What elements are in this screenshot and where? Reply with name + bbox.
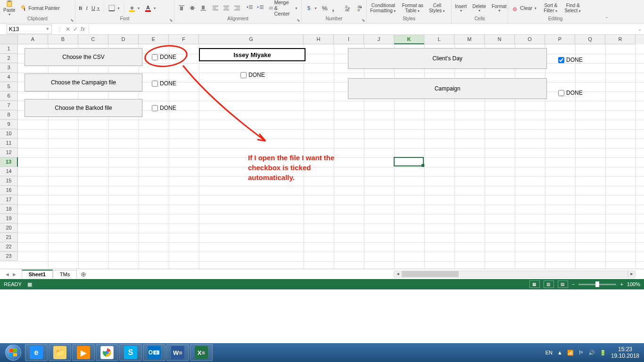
- taskbar-explorer[interactable]: 📁: [49, 344, 71, 361]
- format-painter-button[interactable]: Format Painter: [19, 4, 61, 12]
- col-header-I[interactable]: I: [334, 35, 364, 44]
- row-header-6[interactable]: 6: [0, 91, 18, 101]
- row-header-4[interactable]: 4: [0, 73, 18, 82]
- row-header-19[interactable]: 19: [0, 214, 18, 223]
- choose-csv-button[interactable]: Choose the CSV: [25, 48, 142, 66]
- formula-input[interactable]: [89, 26, 636, 33]
- row-header-8[interactable]: 8: [0, 110, 18, 120]
- systray-volume-icon[interactable]: 🔊: [588, 350, 595, 356]
- row-header-7[interactable]: 7: [0, 101, 18, 110]
- align-middle-button[interactable]: [187, 4, 198, 12]
- delete-button[interactable]: Delete▼: [471, 4, 487, 13]
- tab-nav-next[interactable]: ►: [12, 272, 17, 277]
- view-page-layout-button[interactable]: ▥: [544, 280, 554, 288]
- comma-button[interactable]: ,: [331, 4, 336, 13]
- view-page-break-button[interactable]: ▤: [558, 280, 568, 288]
- row-header-5[interactable]: 5: [0, 82, 18, 91]
- taskbar-outlook[interactable]: O📧: [143, 344, 165, 361]
- zoom-in-button[interactable]: +: [620, 281, 623, 287]
- taskbar-excel[interactable]: X≡: [190, 344, 213, 361]
- align-center-button[interactable]: [221, 4, 231, 12]
- col-header-R[interactable]: R: [605, 35, 636, 44]
- increase-indent-button[interactable]: [256, 4, 266, 12]
- col-header-G[interactable]: G: [199, 35, 304, 44]
- clients-day-button[interactable]: Client's Day: [348, 48, 547, 69]
- borders-button[interactable]: ▼: [107, 4, 122, 12]
- tab-tms[interactable]: TMs: [53, 270, 77, 278]
- tab-sheet1[interactable]: Sheet1: [22, 270, 53, 278]
- clear-button[interactable]: Clear▼: [510, 4, 538, 12]
- align-top-button[interactable]: [176, 4, 187, 12]
- start-button[interactable]: [2, 344, 25, 361]
- spreadsheet-grid[interactable]: ABCDEFGHIJKLMNOPQR 123456789101112131415…: [0, 35, 644, 269]
- zoom-level[interactable]: 100%: [627, 281, 640, 287]
- col-header-P[interactable]: P: [545, 35, 575, 44]
- row-header-21[interactable]: 21: [0, 233, 18, 242]
- choose-campaign-file-button[interactable]: Choose the Campaign file: [25, 74, 142, 91]
- insert-button[interactable]: Insert▼: [454, 4, 468, 13]
- select-all-corner[interactable]: [0, 35, 18, 44]
- col-header-Q[interactable]: Q: [575, 35, 605, 44]
- accounting-format-button[interactable]: $▼: [304, 4, 319, 12]
- increase-decimal-button[interactable]: .0.00: [341, 4, 352, 12]
- done-checkbox-barkod[interactable]: DONE: [152, 105, 176, 111]
- cancel-formula-button[interactable]: ✕: [66, 26, 70, 33]
- col-header-F[interactable]: F: [169, 35, 199, 44]
- collapse-ribbon-button[interactable]: ˆ: [603, 0, 611, 23]
- taskbar-chrome[interactable]: [96, 344, 118, 361]
- add-sheet-button[interactable]: ⊕: [77, 271, 90, 278]
- paste-button[interactable]: Paste▼: [2, 0, 17, 16]
- col-header-K[interactable]: K: [394, 35, 424, 44]
- taskbar-media-player[interactable]: ▶: [72, 344, 95, 361]
- col-header-L[interactable]: L: [424, 35, 454, 44]
- row-header-9[interactable]: 9: [0, 120, 18, 129]
- choose-barkod-file-button[interactable]: Choose the Barkod file: [25, 99, 142, 117]
- zoom-slider[interactable]: [578, 284, 616, 285]
- tab-nav-prev[interactable]: ◄: [5, 272, 10, 277]
- expand-formula-bar-button[interactable]: ⌄: [636, 26, 644, 32]
- row-header-22[interactable]: 22: [0, 242, 18, 252]
- col-header-N[interactable]: N: [485, 35, 515, 44]
- row-header-13[interactable]: 13: [0, 157, 18, 167]
- sort-filter-button[interactable]: Sort &Filter▼: [542, 3, 559, 13]
- row-header-17[interactable]: 17: [0, 195, 18, 205]
- row-header-16[interactable]: 16: [0, 186, 18, 195]
- name-box[interactable]: K13▼: [7, 25, 52, 34]
- underline-button[interactable]: U▼: [90, 5, 101, 11]
- align-right-button[interactable]: [232, 4, 242, 12]
- format-as-table-button[interactable]: Format asTable▼: [401, 3, 425, 13]
- align-bottom-button[interactable]: [198, 4, 208, 12]
- row-header-10[interactable]: 10: [0, 129, 18, 139]
- row-header-11[interactable]: 11: [0, 139, 18, 148]
- taskbar-word[interactable]: W≡: [166, 344, 189, 361]
- done-checkbox-clients-day[interactable]: DONE: [558, 57, 583, 63]
- fx-button[interactable]: fx: [81, 26, 85, 33]
- systray-battery-icon[interactable]: 🔋: [600, 350, 606, 356]
- row-header-14[interactable]: 14: [0, 167, 18, 176]
- view-normal-button[interactable]: ▦: [529, 280, 540, 288]
- systray-clock[interactable]: 15:23 19.10.2018: [611, 346, 639, 360]
- col-header-H[interactable]: H: [304, 35, 334, 44]
- bold-button[interactable]: B: [77, 5, 83, 11]
- row-header-2[interactable]: 2: [0, 54, 18, 63]
- done-checkbox-campaign[interactable]: DONE: [558, 90, 583, 96]
- row-header-23[interactable]: 23: [0, 252, 18, 261]
- italic-button[interactable]: I: [84, 5, 89, 11]
- percent-button[interactable]: %: [321, 4, 329, 12]
- cell-styles-button[interactable]: CellStyles▼: [428, 3, 447, 13]
- systray-lang[interactable]: EN: [545, 350, 553, 355]
- taskbar-skype[interactable]: S: [119, 344, 142, 361]
- campaign-button[interactable]: Campaign: [348, 78, 547, 99]
- systray-network-icon[interactable]: 📶: [567, 350, 574, 356]
- done-checkbox-issey[interactable]: DONE: [240, 72, 265, 78]
- row-header-20[interactable]: 20: [0, 223, 18, 233]
- row-header-18[interactable]: 18: [0, 205, 18, 214]
- row-header-15[interactable]: 15: [0, 176, 18, 186]
- row-header-3[interactable]: 3: [0, 63, 18, 73]
- col-header-A[interactable]: A: [18, 35, 48, 44]
- decrease-indent-button[interactable]: [245, 4, 255, 12]
- zoom-out-button[interactable]: −: [572, 281, 575, 287]
- col-header-C[interactable]: C: [78, 35, 108, 44]
- format-button[interactable]: Format▼: [490, 4, 508, 13]
- systray-show-hidden-icon[interactable]: ▲: [557, 350, 562, 355]
